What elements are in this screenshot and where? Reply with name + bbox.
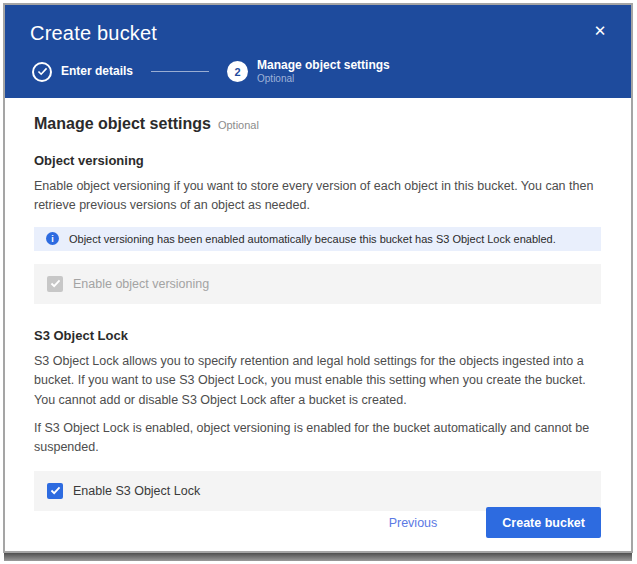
enable-object-versioning-row: Enable object versioning: [34, 264, 601, 304]
step-enter-details[interactable]: Enter details: [32, 62, 133, 82]
page-title-optional-label: Optional: [218, 119, 259, 131]
enable-object-versioning-checkbox: [47, 276, 63, 292]
info-banner-text: Object versioning has been enabled autom…: [69, 233, 556, 245]
previous-button[interactable]: Previous: [389, 516, 438, 530]
modal-title: Create bucket: [30, 22, 607, 45]
s3-object-lock-description-2: If S3 Object Lock is enabled, object ver…: [34, 419, 601, 458]
step-number-badge: 2: [227, 61, 248, 82]
window-bottom-shadow: [4, 553, 632, 561]
step-complete-check-icon: [32, 62, 52, 82]
modal-body: Manage object settings Optional Object v…: [5, 98, 631, 511]
checkbox-label: Enable S3 Object Lock: [73, 484, 200, 498]
enable-s3-object-lock-checkbox[interactable]: [47, 483, 63, 499]
create-bucket-button[interactable]: Create bucket: [486, 507, 601, 538]
step-label: Manage object settings: [257, 58, 390, 72]
checkbox-label: Enable object versioning: [73, 277, 209, 291]
modal-header: Create bucket ✕ Enter details 2: [5, 5, 631, 98]
s3-object-lock-heading: S3 Object Lock: [34, 328, 601, 343]
s3-object-lock-description-1: S3 Object Lock allows you to specify ret…: [34, 352, 601, 410]
page-title: Manage object settings Optional: [34, 115, 601, 133]
check-icon: [50, 486, 61, 495]
step-connector: [151, 71, 209, 72]
close-button[interactable]: ✕: [589, 19, 611, 41]
enable-s3-object-lock-row: Enable S3 Object Lock: [34, 471, 601, 511]
info-icon: i: [46, 232, 59, 245]
screen: Create bucket ✕ Enter details 2: [0, 0, 637, 564]
object-versioning-description: Enable object versioning if you want to …: [34, 177, 601, 216]
object-versioning-heading: Object versioning: [34, 153, 601, 168]
step-sublabel: Optional: [257, 72, 390, 85]
create-bucket-modal: Create bucket ✕ Enter details 2: [3, 3, 633, 553]
wizard-stepper: Enter details 2 Manage object settings O…: [30, 58, 607, 85]
step-label: Enter details: [61, 64, 133, 78]
close-icon: ✕: [594, 23, 607, 38]
check-icon: [50, 279, 61, 288]
check-icon: [37, 67, 48, 76]
modal-footer: Previous Create bucket: [389, 507, 601, 538]
page-title-text: Manage object settings: [34, 115, 211, 133]
step-manage-object-settings: 2 Manage object settings Optional: [227, 58, 390, 85]
info-banner: i Object versioning has been enabled aut…: [34, 227, 601, 251]
